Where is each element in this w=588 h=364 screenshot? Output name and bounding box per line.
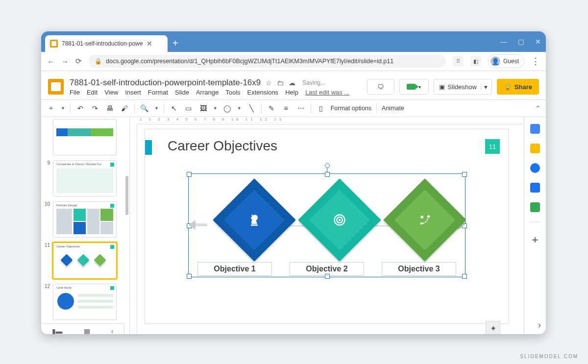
meet-button[interactable]: ▾	[399, 79, 429, 95]
nav-forward-icon[interactable]: →	[61, 57, 69, 66]
browser-menu-icon[interactable]: ⋮	[531, 56, 540, 67]
resize-handle[interactable]	[325, 172, 330, 177]
present-icon: ▣	[439, 83, 445, 91]
vertical-ruler	[130, 124, 137, 334]
slide-number	[44, 119, 50, 155]
undo-button[interactable]: ↶	[75, 104, 85, 112]
animate-button[interactable]: Animate	[382, 105, 404, 112]
calendar-icon[interactable]	[530, 124, 540, 134]
watermark-text: SLIDEMODEL.COM	[520, 354, 578, 359]
browser-tab[interactable]: 7881-01-self-introduction-powe ✕	[45, 35, 168, 52]
last-edit-link[interactable]: Last edit was ...	[305, 89, 349, 96]
avatar-icon: 👤	[490, 56, 500, 66]
select-tool[interactable]: ↖	[169, 104, 179, 112]
format-options-button[interactable]: Format options	[331, 105, 371, 112]
slide-surface[interactable]: Career Objectives 11	[145, 129, 509, 324]
toolbar-separator	[261, 103, 262, 113]
slides-logo-icon[interactable]	[48, 79, 64, 95]
slide-thumbnail[interactable]	[53, 119, 117, 155]
reload-icon[interactable]: ⟳	[75, 57, 82, 66]
side-panel-toggle-icon[interactable]: ›	[538, 320, 541, 330]
menu-help[interactable]: Help	[285, 89, 298, 96]
objective-shape-3[interactable]	[383, 178, 466, 262]
shape-tool[interactable]: ◯	[222, 104, 232, 112]
url-input[interactable]: 🔒 docs.google.com/presentation/d/1_QHpbi…	[89, 55, 446, 68]
border-weight-button[interactable]: ≡	[281, 104, 291, 112]
textbox-tool[interactable]: ▭	[184, 104, 194, 112]
objective-shape-2[interactable]	[298, 178, 381, 262]
minimize-button[interactable]: —	[500, 38, 507, 46]
objective-label-2[interactable]: Objective 2	[290, 262, 364, 276]
menu-arrange[interactable]: Arrange	[196, 89, 219, 96]
slide-number: 12	[44, 284, 50, 320]
nav-back-icon[interactable]: ←	[47, 57, 54, 66]
tab-close-icon[interactable]: ✕	[147, 40, 152, 48]
contacts-icon[interactable]	[530, 183, 540, 193]
menu-bar: File Edit View Insert Format Slide Arran…	[70, 89, 361, 96]
translate-icon[interactable]: ⠿	[453, 56, 464, 67]
new-slide-button[interactable]: ＋	[46, 104, 56, 113]
resize-handle[interactable]	[462, 172, 467, 177]
star-icon[interactable]: ☆	[266, 79, 272, 87]
menu-view[interactable]: View	[104, 89, 118, 96]
browser-window: 7881-01-self-introduction-powe ✕ + — ▢ ✕…	[41, 31, 546, 334]
rotation-handle-icon[interactable]	[325, 163, 330, 168]
move-icon[interactable]: 🗀	[277, 79, 284, 87]
toolbar-separator	[70, 103, 71, 113]
border-color-button[interactable]: ✎	[267, 104, 276, 112]
align-button[interactable]: ▯	[316, 104, 326, 112]
slide-thumbnail-selected[interactable]: Career Objectives	[53, 243, 117, 279]
view-filmstrip-icon[interactable]: ▮▬	[52, 327, 63, 334]
new-tab-button[interactable]: +	[172, 38, 178, 49]
menu-file[interactable]: File	[70, 89, 80, 96]
collapse-toolbar-icon[interactable]: ⌃	[535, 104, 541, 112]
extension-icon[interactable]: ◧	[470, 56, 481, 67]
filmstrip[interactable]: 9 Companies & Clients I Worked For 10 Po…	[41, 117, 130, 334]
profile-chip[interactable]: 👤 Guest	[488, 54, 524, 68]
slide-thumbnail[interactable]: Case Study	[53, 284, 117, 320]
close-window-button[interactable]: ✕	[535, 38, 541, 46]
slide-canvas[interactable]: 1 1 2 3 4 5 6 7 8 9 10 11 12 13 Career O…	[130, 117, 524, 334]
menu-tools[interactable]: Tools	[225, 89, 240, 96]
menu-slide[interactable]: Slide	[175, 89, 189, 96]
menu-insert[interactable]: Insert	[125, 89, 141, 96]
comments-button[interactable]: 🗨	[367, 79, 394, 95]
slide-title-text[interactable]: Career Objectives	[168, 138, 509, 154]
image-tool[interactable]: 🖼	[198, 104, 208, 112]
doc-title[interactable]: 7881-01-self-introduction-powerpoint-tem…	[70, 78, 261, 88]
selection-box[interactable]: Objective 1 Objective 2 Objective 3	[188, 173, 466, 277]
redo-button[interactable]: ↷	[90, 104, 100, 112]
filmstrip-scrollbar[interactable]	[125, 176, 128, 215]
print-button[interactable]: 🖶	[105, 104, 115, 112]
border-dash-button[interactable]: ⋯	[296, 104, 306, 112]
filmstrip-collapse-icon[interactable]: ‹	[111, 327, 114, 334]
rail-separator	[529, 222, 541, 222]
share-button[interactable]: 🔒 Share	[497, 79, 539, 95]
paint-format-button[interactable]: 🖌	[120, 104, 129, 112]
explore-button[interactable]: ✦	[486, 321, 500, 334]
maximize-button[interactable]: ▢	[518, 38, 524, 46]
slideshow-caret-icon[interactable]: ▾	[481, 83, 488, 91]
menu-edit[interactable]: Edit	[87, 89, 98, 96]
view-grid-icon[interactable]: ▦	[84, 327, 90, 334]
cloud-icon[interactable]: ☁	[289, 79, 295, 87]
slide-thumbnail[interactable]: Portfolio Design	[53, 201, 117, 238]
maps-icon[interactable]	[530, 202, 540, 212]
tasks-icon[interactable]	[530, 163, 540, 173]
slide-thumbnail[interactable]: Companies & Clients I Worked For	[53, 160, 117, 196]
resize-handle[interactable]	[187, 172, 192, 177]
line-tool[interactable]: ╲	[246, 104, 256, 112]
objective-shape-1[interactable]	[213, 178, 296, 262]
keep-icon[interactable]	[530, 144, 540, 153]
menu-format[interactable]: Format	[148, 89, 168, 96]
menu-extensions[interactable]: Extensions	[247, 89, 279, 96]
add-addon-button[interactable]: ＋	[530, 232, 540, 247]
flow-arrow-start-icon	[194, 223, 207, 226]
slideshow-button[interactable]: ▣ Slideshow ▾	[434, 79, 492, 95]
thumb-badge	[110, 163, 114, 167]
zoom-button[interactable]: 🔍	[140, 104, 149, 112]
objective-label-1[interactable]: Objective 1	[197, 262, 272, 276]
new-slide-caret-icon[interactable]: ▼	[61, 106, 65, 111]
svg-point-4	[420, 222, 423, 225]
objective-label-3[interactable]: Objective 3	[382, 262, 456, 276]
